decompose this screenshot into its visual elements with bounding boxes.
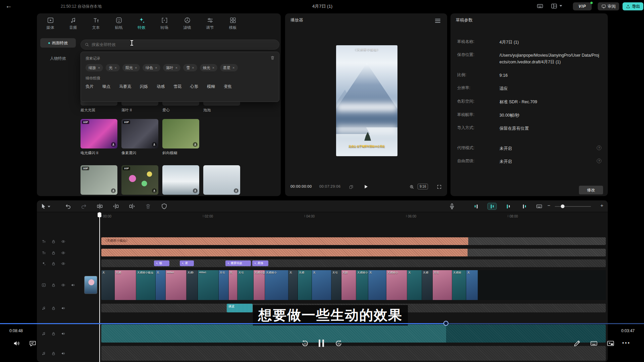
eye-icon[interactable] — [61, 251, 65, 255]
effect-clip[interactable]: 擦屏特效 — [225, 260, 251, 266]
ratio-button[interactable]: 9:16 — [418, 184, 428, 189]
auto-snap-toggle[interactable] — [488, 203, 496, 209]
crop-right-button[interactable] — [129, 203, 135, 209]
record-voice-button[interactable] — [449, 203, 455, 209]
delete-button[interactable] — [145, 203, 151, 209]
effect-card[interactable]: 斜向模糊 — [162, 119, 199, 156]
suggestion-item[interactable]: 马赛克 — [119, 84, 131, 89]
video-clip[interactable]: 天 — [156, 270, 166, 300]
video-clip[interactable]: 天师府小狐仙 — [136, 270, 156, 300]
undo-button[interactable] — [65, 203, 71, 209]
text-clip[interactable] — [101, 249, 468, 256]
video-clip[interactable]: 天师府小 — [386, 270, 407, 300]
download-icon[interactable] — [111, 188, 116, 193]
video-clip[interactable]: 天 — [101, 270, 115, 300]
effects-search-input[interactable] — [92, 42, 275, 47]
video-clip[interactable]: 天師 — [341, 270, 356, 300]
remove-chip-icon[interactable]: × — [212, 66, 214, 70]
pip-button[interactable] — [607, 340, 614, 347]
history-chip[interactable]: 星星× — [220, 64, 237, 71]
effect-card[interactable]: VIP电光爆闪 II — [80, 119, 117, 156]
eye-icon[interactable] — [61, 283, 65, 287]
remove-chip-icon[interactable]: × — [114, 66, 116, 70]
text-clip-muted[interactable] — [468, 249, 606, 256]
zoom-out-button[interactable]: − — [547, 202, 550, 208]
video-clip[interactable]: 天 — [312, 270, 331, 300]
video-clip[interactable]: 天 — [466, 270, 478, 300]
lock-icon[interactable] — [51, 283, 56, 287]
tab-filter[interactable]: 滤镜 — [176, 16, 199, 30]
tab-template[interactable]: 模板 — [221, 16, 244, 30]
effect-clip[interactable]: 蝶 — [154, 260, 169, 266]
lock-icon[interactable] — [51, 351, 56, 356]
video-preview[interactable]: 《天师府小狐仙》 龙虎山 位于鹰潭市西南20公里处 — [336, 45, 397, 156]
audio-clip[interactable] — [101, 324, 446, 343]
video-clip[interactable]: 天引 — [219, 270, 229, 300]
lock-icon[interactable] — [51, 306, 56, 310]
layout-switch-icon[interactable] — [551, 3, 557, 9]
timeline-zoom-slider[interactable] — [555, 206, 591, 207]
volume-button[interactable] — [13, 340, 20, 347]
edit-button[interactable] — [573, 340, 581, 347]
zoom-in-button[interactable]: + — [600, 202, 603, 208]
tab-text[interactable]: 文本 — [85, 16, 107, 30]
tab-adjust[interactable]: 调节 — [199, 16, 221, 30]
eye-icon[interactable] — [61, 261, 65, 266]
clear-history-icon[interactable] — [270, 55, 275, 60]
effect-card[interactable]: VIP像素震闪 — [121, 119, 158, 156]
suggestion-item[interactable]: 负片 — [86, 84, 94, 89]
download-icon[interactable] — [193, 142, 198, 147]
effect-card[interactable]: VIP — [80, 165, 117, 195]
help-icon[interactable]: ? — [597, 145, 601, 150]
playhead-handle[interactable] — [98, 213, 101, 217]
suggestion-item[interactable]: 变焦 — [224, 84, 232, 89]
layout-caret-icon[interactable] — [559, 5, 562, 7]
video-clip[interactable]: 天 — [368, 270, 386, 300]
help-icon[interactable]: ? — [597, 159, 601, 163]
playhead[interactable] — [99, 212, 100, 362]
history-chip[interactable]: 烛光× — [200, 64, 217, 71]
video-clip[interactable]: 466a1 — [166, 270, 186, 300]
history-chip[interactable]: 光× — [106, 64, 119, 71]
download-icon[interactable] — [152, 142, 157, 147]
suggestion-item[interactable]: 心形 — [190, 84, 198, 89]
video-clip[interactable]: 天引 — [433, 270, 452, 300]
video-clip[interactable]: 天 — [407, 270, 422, 300]
remove-chip-icon[interactable]: × — [192, 66, 194, 70]
download-icon[interactable] — [111, 142, 116, 147]
lock-icon[interactable] — [51, 331, 56, 336]
download-icon[interactable] — [233, 188, 239, 193]
fit-zoom-icon[interactable] — [409, 184, 414, 189]
shortcut-keys-icon[interactable] — [537, 3, 543, 9]
video-clip[interactable]: 天师 — [115, 270, 136, 300]
tab-fx[interactable]: 特效 — [130, 16, 153, 30]
remove-chip-icon[interactable]: × — [135, 66, 137, 70]
tab-media[interactable]: 媒体 — [39, 16, 62, 30]
sticker-clip[interactable]: 调皮 — [227, 304, 253, 312]
effect-card[interactable] — [203, 165, 240, 195]
pause-button[interactable] — [318, 340, 325, 347]
main-track-magnet-toggle[interactable] — [472, 203, 480, 209]
history-chip[interactable]: 落叶× — [163, 64, 180, 71]
suggestion-item[interactable]: 动感 — [157, 84, 165, 89]
suggestion-item[interactable]: 噪点 — [102, 84, 110, 89]
review-button[interactable]: 审阅 — [598, 2, 619, 10]
remove-chip-icon[interactable]: × — [175, 66, 177, 70]
video-clip[interactable]: 466a1 — [198, 270, 219, 300]
remove-chip-icon[interactable]: × — [98, 66, 100, 70]
video-clip[interactable]: 天师府 — [452, 270, 466, 300]
speaker-icon[interactable] — [71, 283, 75, 287]
play-button[interactable] — [363, 184, 369, 189]
tab-transition[interactable]: 转场 — [153, 16, 176, 30]
frames-icon[interactable] — [349, 185, 354, 189]
text-clip[interactable]: 《天师府小狐仙》 — [101, 237, 468, 245]
video-clip[interactable]: 天师府小 — [265, 270, 288, 300]
back-button[interactable]: ← — [5, 2, 12, 10]
history-chip[interactable]: 绿色× — [143, 64, 160, 71]
video-clip[interactable]: 天师 — [422, 270, 433, 300]
history-chip[interactable]: 缩放× — [86, 64, 103, 71]
select-tool-button[interactable] — [40, 203, 47, 209]
linkage-toggle[interactable] — [504, 203, 513, 209]
speaker-icon[interactable] — [61, 306, 65, 310]
timeline-settings-button[interactable] — [536, 203, 542, 209]
